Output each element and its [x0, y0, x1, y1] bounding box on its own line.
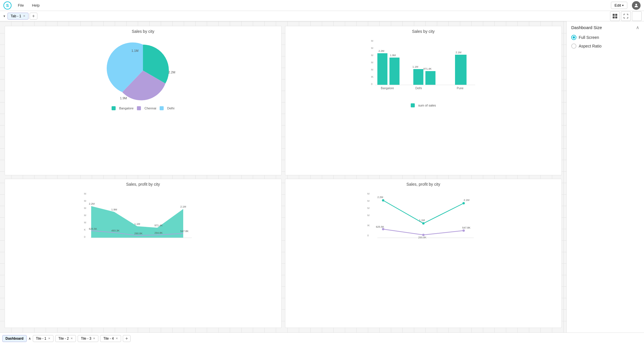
bar-bangalore1	[377, 53, 387, 85]
tab-dropdown-icon[interactable]: ▾	[2, 13, 6, 19]
svg-text:M: M	[367, 214, 370, 217]
bar-pune	[455, 55, 467, 85]
user-avatar[interactable]	[632, 1, 641, 10]
svg-rect-4	[615, 14, 617, 16]
svg-text:625.5K: 625.5K	[376, 225, 384, 228]
bottom-tab-tile2[interactable]: Tile - 2 ✕	[55, 335, 76, 342]
menu-bar: S File Help Edit ▾	[0, 0, 644, 11]
bottom-tab-tile1-close[interactable]: ✕	[48, 337, 50, 340]
radio-aspect-ratio[interactable]: Aspect Ratio	[571, 43, 639, 49]
tile-area-chart: Sales, profit by city M M M M M K 0 2.2M…	[5, 179, 282, 328]
radio-group: Full Screen Aspect Ratio	[571, 35, 639, 49]
svg-text:M: M	[367, 207, 370, 210]
dot-sales-1	[382, 199, 384, 202]
panel-close-icon[interactable]: ∧	[636, 25, 639, 30]
bar-chart-svg: M M M M M IK 0 2.2M 1.9M 1.1M 971.4K	[366, 36, 481, 102]
svg-rect-3	[613, 14, 615, 16]
line-chart-title: Sales, profit by city	[406, 182, 440, 187]
bar-bangalore2	[389, 58, 400, 85]
svg-text:0: 0	[367, 234, 369, 237]
tab-1-close[interactable]: ✕	[23, 14, 25, 18]
bottom-tab-tile2-close[interactable]: ✕	[70, 337, 73, 340]
pie-chart-title: Sales by city	[132, 29, 154, 34]
radio-full-screen[interactable]: Full Screen	[571, 35, 639, 40]
svg-text:1.1M: 1.1M	[412, 65, 418, 68]
filter-button[interactable]	[632, 11, 642, 21]
svg-text:0: 0	[371, 83, 372, 85]
area-chart-svg: M M M M M K 0 2.2M 1.9M 1.1M 971.4K 2.1M…	[83, 189, 203, 252]
bottom-tab-tile1[interactable]: Tile - 1 ✕	[33, 335, 53, 342]
help-menu[interactable]: Help	[30, 2, 41, 9]
app-logo: S	[3, 1, 12, 9]
file-menu[interactable]: File	[16, 2, 26, 9]
svg-text:2.1M: 2.1M	[180, 205, 186, 208]
legend-bangalore-color	[112, 106, 116, 110]
svg-text:M: M	[84, 207, 86, 210]
svg-text:S: S	[6, 3, 9, 8]
svg-point-2	[635, 4, 637, 5]
svg-text:M: M	[371, 68, 373, 71]
bar-delhi1	[413, 69, 423, 85]
pie-label-delhi: 1.1M	[131, 49, 138, 52]
dot-profit-3	[463, 229, 465, 232]
legend-chennai-label: Chennai	[144, 107, 156, 110]
bottom-tab-dashboard[interactable]: Dashboard	[2, 335, 27, 342]
svg-text:493.3K: 493.3K	[111, 229, 120, 232]
add-tab-button[interactable]: +	[30, 13, 37, 20]
svg-text:M: M	[371, 54, 373, 57]
svg-text:294.8K: 294.8K	[154, 231, 163, 234]
chevron-down-icon: ▾	[622, 4, 624, 7]
svg-text:547.8K: 547.8K	[462, 226, 471, 229]
legend-chennai-color	[137, 106, 141, 110]
panel-title: Dashboard Size	[571, 25, 602, 30]
svg-text:971.4K: 971.4K	[423, 67, 432, 70]
svg-text:M: M	[84, 199, 86, 202]
tile-pie-chart: Sales by city 1.1M 2.2M 1.9M Bangalore C…	[5, 26, 282, 175]
bottom-tab-tile3-label: Tile - 3	[81, 337, 91, 341]
tab-1-label: Tab - 1	[11, 14, 21, 18]
pie-label-chennai: 1.9M	[120, 96, 127, 100]
bottom-bar: Dashboard ∧ Tile - 1 ✕ Tile - 2 ✕ Tile -…	[0, 332, 644, 344]
bottom-tab-tile3[interactable]: Tile - 3 ✕	[78, 335, 98, 342]
svg-text:M: M	[367, 192, 370, 195]
line-chart-svg: M M M M IK 0 2.2M 1.1M 2.1M	[366, 189, 481, 252]
svg-text:K: K	[84, 228, 86, 231]
svg-text:0: 0	[84, 235, 85, 238]
dot-profit-2	[422, 234, 425, 236]
bottom-tab-tile4-label: Tile - 4	[103, 337, 114, 341]
pie-chart-svg: 1.1M 2.2M 1.9M	[97, 36, 189, 105]
dot-profit-1	[382, 228, 384, 230]
dot-sales-3	[463, 202, 465, 204]
bottom-tab-tile1-label: Tile - 1	[36, 337, 46, 341]
svg-text:1.9M: 1.9M	[111, 208, 117, 211]
bottom-tab-tile4[interactable]: Tile - 4 ✕	[100, 335, 121, 342]
tab-1[interactable]: Tab - 1 ✕	[7, 13, 28, 20]
svg-text:M: M	[84, 192, 86, 195]
legend-bangalore-label: Bangalore	[119, 107, 133, 110]
svg-text:625.5K: 625.5K	[89, 227, 97, 230]
bottom-tab-dashboard-label: Dashboard	[5, 337, 24, 341]
svg-text:M: M	[371, 47, 373, 50]
svg-text:547.8K: 547.8K	[180, 230, 189, 233]
svg-text:2.1M: 2.1M	[456, 51, 461, 54]
pie-legend: Bangalore Chennai Delhi	[112, 106, 174, 110]
legend-delhi-color	[160, 106, 164, 110]
grid-view-button[interactable]	[610, 11, 620, 21]
side-panel: Dashboard Size ∧ Full Screen Aspect Rati…	[566, 21, 644, 332]
svg-text:290.8K: 290.8K	[418, 236, 427, 239]
bar-chart-title: Sales by city	[412, 29, 435, 34]
legend-delhi-label: Delhi	[167, 107, 174, 110]
fullscreen-button[interactable]	[621, 11, 631, 21]
pie-label-bangalore: 2.2M	[168, 71, 175, 74]
bottom-tab-expand-icon[interactable]: ∧	[28, 337, 31, 341]
bottom-tab-tile3-close[interactable]: ✕	[93, 337, 95, 340]
edit-button[interactable]: Edit ▾	[611, 2, 627, 9]
bottom-tab-tile4-close[interactable]: ✕	[116, 337, 118, 340]
svg-text:M: M	[367, 199, 370, 202]
svg-text:M: M	[84, 221, 86, 224]
radio-aspect-ratio-label: Aspect Ratio	[579, 44, 601, 48]
bottom-tab-tile2-label: Tile - 2	[58, 337, 69, 341]
add-tile-button[interactable]: +	[123, 335, 131, 342]
svg-text:1.1M: 1.1M	[419, 219, 425, 222]
tab-bar: ▾ Tab - 1 ✕ +	[0, 11, 644, 21]
